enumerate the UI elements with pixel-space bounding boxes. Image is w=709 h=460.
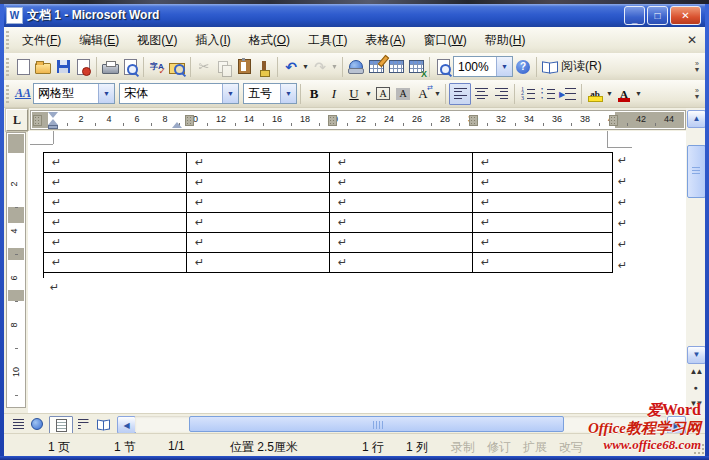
table-cell[interactable]: ↵	[330, 233, 473, 253]
table-column-marker[interactable]	[185, 115, 194, 126]
open-button[interactable]	[33, 57, 53, 77]
table-cell[interactable]: ↵	[330, 173, 473, 193]
save-button[interactable]	[53, 57, 73, 77]
first-line-indent-marker[interactable]	[48, 112, 58, 118]
right-indent-marker[interactable]	[172, 122, 182, 128]
print-layout-button[interactable]	[49, 416, 73, 434]
select-browse-object-button[interactable]: ●	[688, 384, 703, 391]
vertical-ruler[interactable]: 246810	[6, 132, 26, 408]
scroll-up-button[interactable]: ▲	[687, 110, 706, 128]
table-cell[interactable]: ↵	[473, 253, 613, 273]
web-layout-button[interactable]	[29, 416, 45, 432]
menu-edit[interactable]: 编辑(E)	[70, 28, 128, 53]
minimize-button[interactable]: _	[624, 6, 645, 25]
menu-help[interactable]: 帮助(H)	[476, 28, 535, 53]
table-row-marker[interactable]	[8, 290, 24, 301]
table-cell[interactable]: ↵	[187, 253, 330, 273]
toolbar-grip[interactable]	[6, 31, 9, 49]
undo-dropdown[interactable]: ▼	[301, 63, 310, 70]
menu-view[interactable]: 视图(V)	[128, 28, 186, 53]
italic-button[interactable]: I	[324, 84, 344, 104]
table-row-marker[interactable]	[8, 207, 24, 223]
scroll-left-button[interactable]: ◀	[117, 416, 136, 434]
menu-tools[interactable]: 工具(T)	[299, 28, 356, 53]
char-scale-dropdown[interactable]: ▼	[433, 90, 442, 97]
table-cell[interactable]: ↵	[473, 173, 613, 193]
new-document-button[interactable]	[13, 57, 33, 77]
mode-record-toggle[interactable]: 录制	[451, 439, 475, 456]
table-cell[interactable]: ↵	[44, 153, 187, 173]
menu-format[interactable]: 格式(O)	[240, 28, 299, 53]
redo-button[interactable]: ↷	[310, 57, 330, 77]
style-combobox[interactable]: 网格型 ▼	[33, 83, 115, 104]
next-page-button[interactable]: ▼▼	[688, 400, 703, 407]
spelling-button[interactable]: 字A✓	[147, 57, 167, 77]
font-color-dropdown[interactable]: ▼	[634, 90, 643, 97]
styles-pane-button[interactable]: AA	[13, 84, 33, 104]
tab-selector-button[interactable]: L	[6, 109, 28, 131]
table-cell[interactable]: ↵	[187, 173, 330, 193]
mode-overtype-toggle[interactable]: 改写	[559, 439, 583, 456]
table-cell[interactable]: ↵	[330, 253, 473, 273]
print-button[interactable]	[100, 57, 120, 77]
maximize-button[interactable]: □	[647, 6, 668, 25]
mode-extend-toggle[interactable]: 扩展	[523, 439, 547, 456]
read-layout-button[interactable]: 阅读(R)	[540, 57, 604, 77]
table-cell[interactable]: ↵	[187, 153, 330, 173]
copy-button[interactable]	[214, 57, 234, 77]
table-cell[interactable]: ↵	[330, 213, 473, 233]
left-indent-marker[interactable]	[48, 125, 58, 129]
font-color-button[interactable]: A	[614, 84, 634, 104]
size-combobox[interactable]: 五号 ▼	[243, 83, 297, 104]
toolbar-options-button[interactable]: »▼	[691, 56, 703, 78]
table-cell[interactable]: ↵	[187, 213, 330, 233]
table-cell[interactable]: ↵	[187, 233, 330, 253]
table-cell[interactable]: ↵	[330, 153, 473, 173]
reading-layout-button[interactable]	[94, 416, 112, 432]
resize-grip[interactable]	[694, 444, 704, 454]
close-button[interactable]: ✕	[670, 6, 701, 25]
format-painter-button[interactable]	[254, 57, 274, 77]
permission-button[interactable]	[73, 57, 93, 77]
table-column-marker[interactable]	[328, 115, 337, 126]
scroll-down-button[interactable]: ▼	[687, 346, 706, 364]
chevron-down-icon[interactable]: ▼	[280, 84, 296, 103]
table-cell[interactable]: ↵	[44, 173, 187, 193]
chevron-down-icon[interactable]: ▼	[98, 84, 114, 103]
menu-file[interactable]: 文件(F)	[13, 28, 70, 53]
insert-table-button[interactable]	[386, 57, 406, 77]
horizontal-scroll-track[interactable]	[135, 416, 666, 432]
insert-excel-button[interactable]: X	[406, 57, 426, 77]
horizontal-scroll-thumb[interactable]	[189, 416, 564, 432]
font-combobox[interactable]: 宋体 ▼	[119, 83, 239, 104]
cut-button[interactable]: ✂	[194, 57, 214, 77]
menu-window[interactable]: 窗口(W)	[414, 28, 475, 53]
scroll-right-button[interactable]: ▶	[667, 416, 686, 434]
table-column-marker[interactable]	[469, 115, 478, 126]
help-button[interactable]: ?	[513, 57, 533, 77]
char-scale-button[interactable]: A⇄	[413, 84, 433, 104]
align-right-button[interactable]	[491, 84, 511, 104]
print-preview-button[interactable]	[120, 57, 140, 77]
table-column-marker[interactable]	[609, 115, 618, 126]
undo-button[interactable]: ↶	[281, 57, 301, 77]
char-border-button[interactable]: A	[373, 84, 393, 104]
previous-page-button[interactable]: ▲▲	[688, 368, 703, 375]
highlight-button[interactable]: ab	[585, 84, 605, 104]
char-shading-button[interactable]: A	[393, 84, 413, 104]
toolbar-grip[interactable]	[6, 58, 9, 76]
vertical-scrollbar[interactable]: ▲ ▼ ▲▲ ● ▼▼	[686, 108, 705, 418]
table-cell[interactable]: ↵	[44, 213, 187, 233]
tables-and-borders-button[interactable]	[366, 57, 386, 77]
table-cell[interactable]: ↵	[473, 153, 613, 173]
numbering-button[interactable]: 123	[518, 84, 538, 104]
document-close-icon[interactable]: ✕	[687, 33, 697, 47]
outline-view-button[interactable]	[75, 416, 91, 432]
normal-view-button[interactable]	[10, 416, 26, 432]
menu-table[interactable]: 表格(A)	[356, 28, 414, 53]
zoom-page-button[interactable]	[433, 57, 453, 77]
chevron-down-icon[interactable]: ▼	[222, 84, 238, 103]
vertical-scroll-thumb[interactable]	[687, 145, 706, 198]
underline-button[interactable]: U	[344, 84, 364, 104]
toolbar-grip[interactable]	[6, 85, 9, 103]
